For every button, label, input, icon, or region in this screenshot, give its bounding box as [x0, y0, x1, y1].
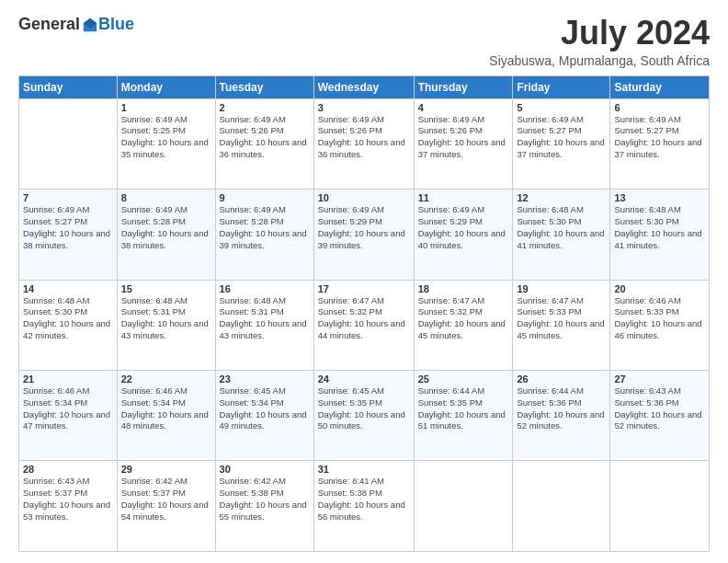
day-info: Sunrise: 6:49 AMSunset: 5:28 PMDaylight:…	[121, 204, 211, 251]
day-info: Sunrise: 6:42 AMSunset: 5:38 PMDaylight:…	[220, 476, 310, 523]
day-info: Sunrise: 6:47 AMSunset: 5:32 PMDaylight:…	[318, 295, 410, 342]
logo-blue-text: Blue	[98, 15, 134, 34]
day-number: 28	[23, 464, 113, 475]
col-monday: Monday	[117, 75, 215, 98]
calendar-cell: 23Sunrise: 6:45 AMSunset: 5:34 PMDayligh…	[215, 371, 313, 461]
day-info: Sunrise: 6:49 AMSunset: 5:28 PMDaylight:…	[220, 204, 310, 251]
calendar-cell: 4Sunrise: 6:49 AMSunset: 5:26 PMDaylight…	[414, 98, 513, 189]
day-info: Sunrise: 6:47 AMSunset: 5:33 PMDaylight:…	[517, 295, 606, 342]
calendar-cell: 13Sunrise: 6:48 AMSunset: 5:30 PMDayligh…	[610, 190, 710, 280]
calendar-cell: 6Sunrise: 6:49 AMSunset: 5:27 PMDaylight…	[610, 98, 710, 189]
day-number: 18	[418, 283, 509, 294]
day-number: 10	[318, 192, 410, 203]
calendar-cell	[610, 461, 710, 552]
day-number: 29	[121, 464, 211, 475]
day-number: 9	[220, 192, 310, 203]
day-info: Sunrise: 6:49 AMSunset: 5:25 PMDaylight:…	[121, 114, 211, 161]
calendar-cell: 15Sunrise: 6:48 AMSunset: 5:31 PMDayligh…	[117, 280, 215, 370]
day-number: 5	[517, 102, 606, 113]
day-info: Sunrise: 6:43 AMSunset: 5:37 PMDaylight:…	[23, 476, 113, 523]
calendar-cell: 12Sunrise: 6:48 AMSunset: 5:30 PMDayligh…	[513, 190, 610, 280]
day-number: 22	[121, 373, 211, 385]
day-info: Sunrise: 6:49 AMSunset: 5:26 PMDaylight:…	[418, 114, 509, 161]
day-info: Sunrise: 6:45 AMSunset: 5:35 PMDaylight:…	[318, 385, 410, 432]
calendar-table: Sunday Monday Tuesday Wednesday Thursday…	[18, 75, 710, 552]
day-info: Sunrise: 6:48 AMSunset: 5:30 PMDaylight:…	[23, 295, 113, 342]
day-number: 15	[121, 283, 211, 294]
day-number: 26	[517, 373, 606, 385]
calendar-cell: 9Sunrise: 6:49 AMSunset: 5:28 PMDaylight…	[215, 190, 313, 280]
day-info: Sunrise: 6:46 AMSunset: 5:33 PMDaylight:…	[614, 295, 705, 342]
logo: General Blue	[18, 15, 134, 34]
day-number: 27	[614, 373, 705, 385]
day-number: 20	[614, 283, 705, 294]
calendar-cell: 29Sunrise: 6:42 AMSunset: 5:37 PMDayligh…	[117, 461, 215, 552]
calendar-cell: 1Sunrise: 6:49 AMSunset: 5:25 PMDaylight…	[117, 98, 215, 189]
day-number: 16	[220, 283, 310, 294]
day-number: 17	[318, 283, 410, 294]
day-info: Sunrise: 6:45 AMSunset: 5:34 PMDaylight:…	[220, 385, 310, 432]
calendar-cell: 14Sunrise: 6:48 AMSunset: 5:30 PMDayligh…	[19, 280, 118, 370]
calendar-cell	[19, 98, 118, 189]
day-number: 24	[318, 373, 410, 385]
day-number: 12	[517, 192, 606, 203]
calendar-cell: 28Sunrise: 6:43 AMSunset: 5:37 PMDayligh…	[19, 461, 118, 552]
calendar-cell: 31Sunrise: 6:41 AMSunset: 5:38 PMDayligh…	[313, 461, 414, 552]
day-number: 11	[418, 192, 509, 203]
day-number: 25	[418, 373, 509, 385]
day-number: 31	[318, 464, 410, 475]
col-friday: Friday	[513, 75, 610, 98]
col-tuesday: Tuesday	[215, 75, 313, 98]
day-number: 3	[318, 102, 410, 113]
calendar-week-1: 7Sunrise: 6:49 AMSunset: 5:27 PMDaylight…	[19, 190, 710, 280]
day-number: 8	[121, 192, 211, 203]
day-number: 7	[23, 192, 113, 203]
calendar-cell: 25Sunrise: 6:44 AMSunset: 5:35 PMDayligh…	[414, 371, 513, 461]
day-number: 19	[517, 283, 606, 294]
day-info: Sunrise: 6:44 AMSunset: 5:36 PMDaylight:…	[517, 385, 606, 432]
col-thursday: Thursday	[414, 75, 513, 98]
calendar-header-row: Sunday Monday Tuesday Wednesday Thursday…	[19, 75, 710, 98]
day-number: 2	[220, 102, 310, 113]
calendar-week-3: 21Sunrise: 6:46 AMSunset: 5:34 PMDayligh…	[19, 371, 710, 461]
location: Siyabuswa, Mpumalanga, South Africa	[489, 53, 710, 68]
day-number: 1	[121, 102, 211, 113]
col-saturday: Saturday	[610, 75, 710, 98]
calendar-cell: 20Sunrise: 6:46 AMSunset: 5:33 PMDayligh…	[610, 280, 710, 370]
calendar-cell: 19Sunrise: 6:47 AMSunset: 5:33 PMDayligh…	[513, 280, 610, 370]
day-number: 21	[23, 373, 113, 385]
month-year: July 2024	[489, 15, 710, 52]
calendar-cell: 18Sunrise: 6:47 AMSunset: 5:32 PMDayligh…	[414, 280, 513, 370]
calendar-cell: 26Sunrise: 6:44 AMSunset: 5:36 PMDayligh…	[513, 371, 610, 461]
calendar-week-2: 14Sunrise: 6:48 AMSunset: 5:30 PMDayligh…	[19, 280, 710, 370]
logo-general-text: General	[18, 15, 80, 34]
day-info: Sunrise: 6:42 AMSunset: 5:37 PMDaylight:…	[121, 476, 211, 523]
calendar-cell: 22Sunrise: 6:46 AMSunset: 5:34 PMDayligh…	[117, 371, 215, 461]
day-number: 14	[23, 283, 113, 294]
day-number: 13	[614, 192, 705, 203]
day-info: Sunrise: 6:48 AMSunset: 5:31 PMDaylight:…	[220, 295, 310, 342]
day-number: 30	[220, 464, 310, 475]
day-info: Sunrise: 6:48 AMSunset: 5:31 PMDaylight:…	[121, 295, 211, 342]
calendar-cell: 17Sunrise: 6:47 AMSunset: 5:32 PMDayligh…	[313, 280, 414, 370]
day-info: Sunrise: 6:49 AMSunset: 5:26 PMDaylight:…	[318, 114, 410, 161]
day-info: Sunrise: 6:43 AMSunset: 5:36 PMDaylight:…	[614, 385, 705, 432]
calendar-cell: 30Sunrise: 6:42 AMSunset: 5:38 PMDayligh…	[215, 461, 313, 552]
day-info: Sunrise: 6:48 AMSunset: 5:30 PMDaylight:…	[614, 204, 705, 251]
day-number: 4	[418, 102, 509, 113]
col-sunday: Sunday	[19, 75, 118, 98]
calendar-cell	[513, 461, 610, 552]
header: General Blue July 2024 Siyabuswa, Mpumal…	[18, 15, 710, 68]
title-section: July 2024 Siyabuswa, Mpumalanga, South A…	[489, 15, 710, 68]
day-number: 6	[614, 102, 705, 113]
calendar-cell: 3Sunrise: 6:49 AMSunset: 5:26 PMDaylight…	[313, 98, 414, 189]
day-info: Sunrise: 6:49 AMSunset: 5:29 PMDaylight:…	[418, 204, 509, 251]
day-info: Sunrise: 6:49 AMSunset: 5:26 PMDaylight:…	[220, 114, 310, 161]
page: General Blue July 2024 Siyabuswa, Mpumal…	[0, 0, 728, 563]
calendar-cell: 16Sunrise: 6:48 AMSunset: 5:31 PMDayligh…	[215, 280, 313, 370]
day-info: Sunrise: 6:46 AMSunset: 5:34 PMDaylight:…	[23, 385, 113, 432]
day-info: Sunrise: 6:48 AMSunset: 5:30 PMDaylight:…	[517, 204, 606, 251]
calendar-week-0: 1Sunrise: 6:49 AMSunset: 5:25 PMDaylight…	[19, 98, 710, 189]
day-info: Sunrise: 6:47 AMSunset: 5:32 PMDaylight:…	[418, 295, 509, 342]
day-info: Sunrise: 6:44 AMSunset: 5:35 PMDaylight:…	[418, 385, 509, 432]
